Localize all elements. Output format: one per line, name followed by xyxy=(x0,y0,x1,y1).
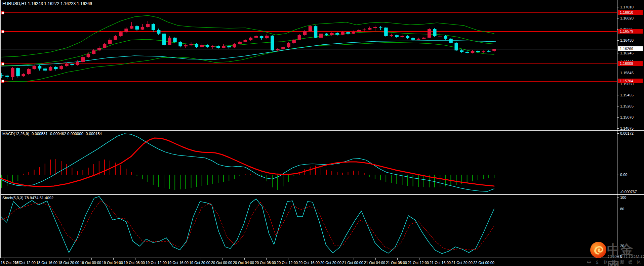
candle-bullish[interactable] xyxy=(103,44,107,48)
candle-bullish[interactable] xyxy=(276,49,280,50)
candle-bearish[interactable] xyxy=(379,27,383,28)
candle-bearish[interactable] xyxy=(216,46,220,48)
hline-drag-marker[interactable] xyxy=(1,80,4,83)
candle-bullish[interactable] xyxy=(65,64,69,66)
candle-bullish[interactable] xyxy=(368,28,372,30)
candle-bullish[interactable] xyxy=(27,69,31,74)
candle-bearish[interactable] xyxy=(38,66,42,69)
candle-bullish[interactable] xyxy=(249,38,253,40)
candle-bearish[interactable] xyxy=(157,30,161,34)
candle-bullish[interactable] xyxy=(471,51,475,53)
candle-bullish[interactable] xyxy=(373,27,377,28)
candle-bearish[interactable] xyxy=(384,28,388,36)
candle-bearish[interactable] xyxy=(54,67,58,69)
hline-drag-marker[interactable] xyxy=(1,30,4,33)
candle-bearish[interactable] xyxy=(173,38,177,42)
candle-bearish[interactable] xyxy=(260,36,264,38)
candle-bearish[interactable] xyxy=(433,29,437,36)
chart-window: EURUSD,H1 1.16243 1.16272 1.16223 1.1626… xyxy=(0,0,644,266)
candle-bearish[interactable] xyxy=(395,35,399,37)
candle-bullish[interactable] xyxy=(222,46,226,48)
candle-bullish[interactable] xyxy=(92,50,96,54)
candle-bullish[interactable] xyxy=(33,66,36,69)
candle-bearish[interactable] xyxy=(5,76,9,77)
candle-bearish[interactable] xyxy=(411,38,415,40)
candle-bullish[interactable] xyxy=(168,38,171,45)
candle-bullish[interactable] xyxy=(265,36,269,38)
candle-bullish[interactable] xyxy=(130,26,133,29)
candle-bearish[interactable] xyxy=(206,45,209,47)
candle-bearish[interactable] xyxy=(43,69,47,71)
candle-bullish[interactable] xyxy=(287,43,290,47)
candle-bullish[interactable] xyxy=(303,31,307,35)
candle-bullish[interactable] xyxy=(49,67,52,71)
candle-bullish[interactable] xyxy=(124,29,128,32)
candle-bearish[interactable] xyxy=(227,46,231,47)
candle-bearish[interactable] xyxy=(271,36,274,50)
candle-bullish[interactable] xyxy=(22,74,25,76)
candle-bearish[interactable] xyxy=(466,52,469,53)
candle-bearish[interactable] xyxy=(16,68,20,76)
candle-bullish[interactable] xyxy=(400,36,404,37)
time-axis-label: 19 Oct 12:00 xyxy=(146,261,167,265)
candle-bullish[interactable] xyxy=(492,49,496,51)
candle-bearish[interactable] xyxy=(70,64,74,65)
candle-bullish[interactable] xyxy=(281,47,285,49)
candle-bullish[interactable] xyxy=(319,34,323,38)
candle-bullish[interactable] xyxy=(87,54,90,57)
candle-bullish[interactable] xyxy=(184,45,188,46)
candle-bearish[interactable] xyxy=(476,51,480,52)
candle-bearish[interactable] xyxy=(335,33,339,35)
candle-bullish[interactable] xyxy=(146,24,150,27)
candle-bullish[interactable] xyxy=(330,33,334,35)
candle-bearish[interactable] xyxy=(346,32,350,34)
candle-bullish[interactable] xyxy=(11,68,14,77)
candle-bullish[interactable] xyxy=(190,44,193,45)
candle-bullish[interactable] xyxy=(352,32,356,34)
candle-bearish[interactable] xyxy=(152,24,155,30)
candle-bullish[interactable] xyxy=(292,40,296,43)
candle-bullish[interactable] xyxy=(59,66,63,69)
candle-bullish[interactable] xyxy=(233,44,236,47)
candle-bullish[interactable] xyxy=(438,36,442,36)
candle-bullish[interactable] xyxy=(428,29,431,38)
candle-bearish[interactable] xyxy=(325,34,328,35)
hline-price-label[interactable]: 1.15704 xyxy=(618,79,643,83)
candle-bullish[interactable] xyxy=(309,26,312,31)
candle-bullish[interactable] xyxy=(200,45,204,47)
candle-bearish[interactable] xyxy=(314,26,318,38)
candle-bullish[interactable] xyxy=(108,40,112,44)
candle-bullish[interactable] xyxy=(390,35,393,36)
candle-bullish[interactable] xyxy=(76,62,79,65)
candle-bullish[interactable] xyxy=(81,57,85,62)
candle-bullish[interactable] xyxy=(244,40,247,42)
candle-bullish[interactable] xyxy=(357,30,361,32)
candle-bullish[interactable] xyxy=(341,32,345,35)
candle-bullish[interactable] xyxy=(141,27,145,30)
candle-bearish[interactable] xyxy=(135,26,139,30)
candle-bearish[interactable] xyxy=(487,51,491,52)
candle-bearish[interactable] xyxy=(460,50,464,52)
hline-drag-marker[interactable] xyxy=(1,11,4,14)
hline-price-label[interactable]: 1.16579 xyxy=(618,29,643,34)
candle-bullish[interactable] xyxy=(119,32,123,36)
candle-bullish[interactable] xyxy=(238,42,242,44)
candle-bearish[interactable] xyxy=(406,36,410,38)
candle-bullish[interactable] xyxy=(211,46,215,47)
candle-bullish[interactable] xyxy=(482,51,485,52)
candle-bullish[interactable] xyxy=(114,36,117,40)
hline-price-label[interactable]: 1.16008 xyxy=(618,61,643,66)
candle-bearish[interactable] xyxy=(178,42,182,46)
hline-price-label[interactable]: 1.16910 xyxy=(618,10,643,15)
candle-bullish[interactable] xyxy=(298,35,301,40)
hline-drag-marker[interactable] xyxy=(1,62,4,65)
candle-bearish[interactable] xyxy=(454,43,458,50)
candle-bullish[interactable] xyxy=(417,39,420,40)
candle-bearish[interactable] xyxy=(444,36,447,39)
candle-bullish[interactable] xyxy=(422,38,426,39)
candle-bullish[interactable] xyxy=(254,36,258,38)
candle-bearish[interactable] xyxy=(162,34,166,45)
candle-bearish[interactable] xyxy=(195,44,199,47)
candle-bearish[interactable] xyxy=(449,39,453,43)
candle-bullish[interactable] xyxy=(363,30,366,30)
